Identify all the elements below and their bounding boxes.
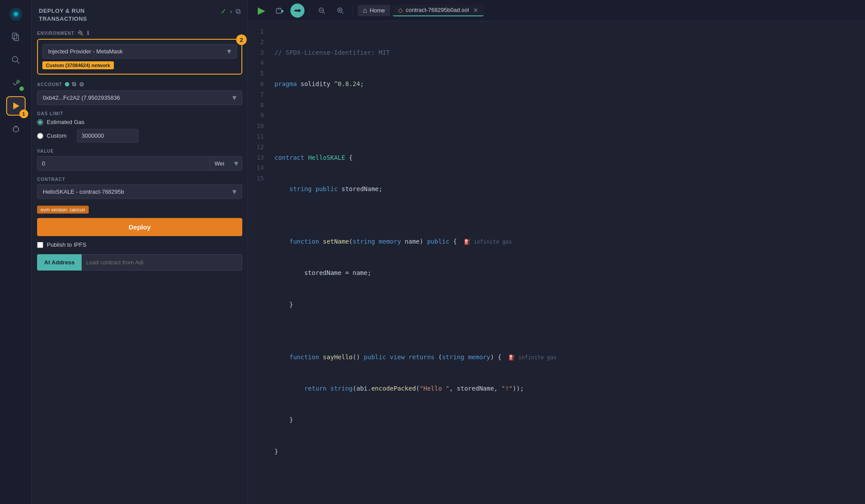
- separator-2: [353, 5, 353, 16]
- svg-rect-3: [12, 33, 17, 39]
- svg-line-13: [13, 130, 14, 130]
- svg-rect-15: [276, 9, 282, 13]
- zoom-in-button[interactable]: [332, 3, 348, 19]
- account-select[interactable]: 0xb42...Fc2A2 (7.9502935836: [37, 90, 242, 105]
- contract-select[interactable]: HelloSKALE - contract-768295b: [37, 184, 242, 199]
- step-badge-2: 2: [236, 34, 247, 45]
- sidebar-icon-debug[interactable]: [6, 119, 26, 139]
- separator-1: [309, 5, 309, 16]
- account-label: ACCOUNT ⧉ ⚙: [37, 81, 242, 88]
- environment-select[interactable]: Injected Provider - MetaMask: [42, 44, 237, 59]
- value-section: VALUE 0 Wei Gwei Finney Ether ▼: [37, 149, 242, 171]
- zoom-out-button[interactable]: [314, 3, 330, 19]
- at-address-button[interactable]: At Address: [37, 254, 82, 271]
- svg-point-2: [14, 12, 18, 16]
- wei-select[interactable]: Wei Gwei Finney Ether: [210, 156, 242, 171]
- evm-badge: evm version: cancun: [37, 206, 89, 214]
- bottom-row: At Address: [37, 254, 242, 271]
- compile-badge: [19, 87, 24, 91]
- svg-line-6: [17, 61, 19, 64]
- sidebar: 1: [0, 0, 32, 504]
- sidebar-icon-deploy[interactable]: 1: [6, 96, 26, 116]
- svg-point-5: [12, 56, 18, 62]
- sidebar-icon-logo[interactable]: [6, 4, 26, 24]
- top-toolbar: ▶: [248, 0, 865, 21]
- gas-limit-section: GAS LIMIT Estimated Gas Custom 3000000: [37, 111, 242, 143]
- code-content: // SPDX-License-Identifier: MIT pragma s…: [267, 21, 865, 504]
- gas-custom-label: Custom: [47, 132, 73, 139]
- file-tab-close[interactable]: ✕: [473, 7, 478, 14]
- gas-limit-label: GAS LIMIT: [37, 111, 242, 116]
- svg-point-8: [13, 127, 19, 132]
- gas-custom-option[interactable]: Custom 3000000: [37, 129, 242, 143]
- deploy-button[interactable]: Deploy: [37, 218, 242, 236]
- gas-estimated-label: Estimated Gas: [47, 119, 84, 125]
- svg-rect-18: [281, 10, 283, 12]
- sidebar-icon-files[interactable]: [6, 27, 26, 47]
- gas-custom-input[interactable]: 3000000: [77, 129, 139, 143]
- run-button[interactable]: ▶: [253, 3, 269, 19]
- sidebar-icon-search[interactable]: [6, 50, 26, 70]
- gas-custom-radio[interactable]: [37, 133, 43, 139]
- check-icon[interactable]: ✓: [221, 7, 226, 15]
- gas-estimated-radio[interactable]: [37, 119, 43, 125]
- panel-title: DEPLOY & RUNTRANSACTIONS: [39, 7, 87, 23]
- expand-icon[interactable]: ⧉: [236, 8, 241, 15]
- line-numbers: 1 2 3 4 5 6 7 8 9 10 11 12 13 14 15: [248, 21, 267, 504]
- wei-wrapper: Wei Gwei Finney Ether ▼: [210, 156, 242, 171]
- code-editor[interactable]: 1 2 3 4 5 6 7 8 9 10 11 12 13 14 15 // S…: [248, 21, 865, 504]
- sidebar-icon-compile[interactable]: [6, 73, 26, 93]
- value-input[interactable]: 0: [37, 156, 210, 171]
- contract-section: CONTRACT HelloSKALE - contract-768295b ▼: [37, 177, 242, 199]
- arrow-icon[interactable]: ›: [230, 8, 232, 15]
- environment-select-wrapper: Injected Provider - MetaMask ▼: [42, 44, 237, 59]
- toggle-button[interactable]: [290, 4, 305, 18]
- account-select-wrapper: 0xb42...Fc2A2 (7.9502935836 ▼: [37, 90, 242, 105]
- environment-label: ENVIRONMENT 🔌 ℹ: [37, 30, 242, 36]
- gas-radio-group: Estimated Gas Custom 3000000: [37, 119, 242, 143]
- file-tab-icon: ◇: [398, 7, 403, 14]
- environment-section: ENVIRONMENT 🔌 ℹ Injected Provider - Meta…: [37, 30, 242, 75]
- panel-header: DEPLOY & RUNTRANSACTIONS ✓ › ⧉: [32, 0, 248, 26]
- panel-header-icons: ✓ › ⧉: [221, 7, 241, 15]
- account-settings-icon[interactable]: ⚙: [79, 81, 85, 88]
- plugin-icon[interactable]: [272, 3, 288, 19]
- publish-ipfs-row: Publish to IPFS: [37, 241, 242, 248]
- publish-ipfs-checkbox[interactable]: [37, 242, 43, 248]
- contract-label: CONTRACT: [37, 177, 242, 182]
- account-icons: ⧉ ⚙: [65, 81, 85, 88]
- environment-box: Injected Provider - MetaMask ▼ Custom (3…: [37, 39, 242, 75]
- value-label: VALUE: [37, 149, 242, 154]
- load-contract-input[interactable]: [82, 254, 242, 271]
- home-icon: ⌂: [363, 7, 367, 15]
- network-tag: Custom (37084624) network: [42, 61, 114, 69]
- svg-marker-7: [13, 102, 19, 109]
- svg-rect-4: [14, 35, 19, 41]
- left-panel: DEPLOY & RUNTRANSACTIONS ✓ › ⧉ ENVIRONME…: [32, 0, 248, 504]
- publish-ipfs-label: Publish to IPFS: [47, 241, 86, 248]
- panel-content: ENVIRONMENT 🔌 ℹ Injected Provider - Meta…: [32, 26, 248, 504]
- account-status-dot: [65, 82, 69, 87]
- main-area: ▶: [248, 0, 865, 504]
- svg-line-23: [323, 12, 325, 14]
- svg-point-20: [298, 9, 301, 12]
- copy-icon[interactable]: ⧉: [72, 81, 76, 88]
- account-section: ACCOUNT ⧉ ⚙ 0xb42...Fc2A2 (7.9502935836 …: [37, 81, 242, 105]
- info-icon[interactable]: ℹ: [87, 30, 90, 36]
- step-badge-1: 1: [19, 109, 28, 118]
- svg-line-14: [18, 130, 19, 130]
- home-label: Home: [370, 7, 385, 14]
- file-tab-label: contract-768295b0ad.sol: [406, 7, 469, 13]
- home-tab-toolbar[interactable]: ⌂ Home: [357, 5, 390, 16]
- file-tab[interactable]: ◇ contract-768295b0ad.sol ✕: [393, 5, 484, 16]
- plug-icon: 🔌: [77, 30, 84, 36]
- svg-line-27: [342, 12, 343, 14]
- value-row: 0 Wei Gwei Finney Ether ▼: [37, 156, 242, 171]
- gas-estimated-option[interactable]: Estimated Gas: [37, 119, 242, 125]
- contract-select-wrapper: HelloSKALE - contract-768295b ▼: [37, 184, 242, 199]
